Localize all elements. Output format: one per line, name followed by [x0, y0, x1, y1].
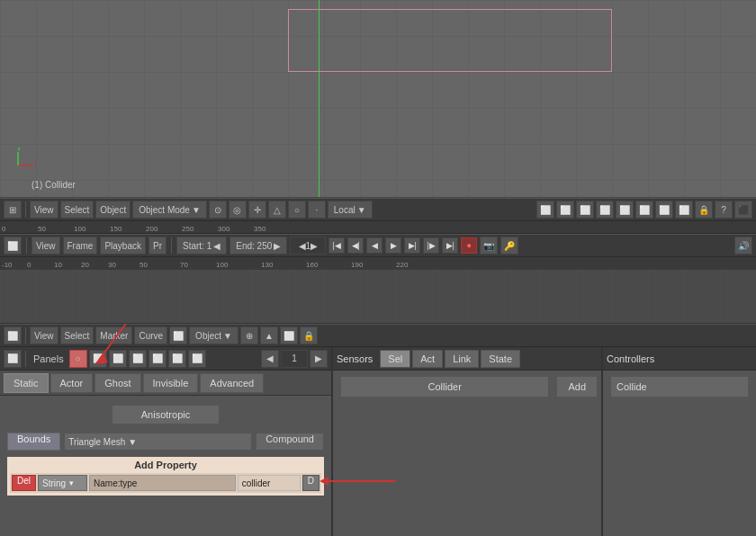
property-row: Del String ▼ Name:type collider D — [10, 473, 321, 493]
audio-btn[interactable]: 🔊 — [734, 237, 752, 255]
panels-icon5[interactable]: ⬜ — [148, 350, 166, 368]
frame-btn[interactable]: Frame — [63, 237, 98, 255]
bottom-section: ⬜ Panels ○ ⬜ ⬜ ⬜ ⬜ ⬜ ⬜ ◀ 1 ▶ Static Acto… — [0, 347, 756, 536]
timeline-icon[interactable]: ⬜ — [4, 237, 22, 255]
object-menu-btn[interactable]: Object — [95, 201, 130, 219]
key-btn[interactable]: 🔑 — [500, 237, 518, 255]
act-btn[interactable]: Act — [412, 350, 443, 368]
curve-add-btn[interactable]: ⊕ — [240, 326, 258, 344]
type-dropdown[interactable]: String ▼ — [38, 475, 87, 491]
next-page-btn[interactable]: ▶ — [310, 350, 328, 368]
tab-actor[interactable]: Actor — [50, 373, 94, 393]
snap-icon[interactable]: ◎ — [229, 201, 247, 219]
move-icon[interactable]: △ — [268, 201, 286, 219]
panels-icon7[interactable]: ⬜ — [188, 350, 206, 368]
local-dropdown[interactable]: Local ▼ — [328, 201, 373, 219]
link-btn[interactable]: Link — [445, 350, 479, 368]
bounds-btn[interactable]: Bounds — [7, 433, 60, 451]
collider-display: Collider — [340, 376, 549, 398]
svg-text:10: 10 — [54, 261, 62, 269]
state-btn[interactable]: State — [481, 350, 520, 368]
value-input[interactable]: collider — [238, 475, 301, 491]
mesh-dropdown[interactable]: Triangle Mesh ▼ — [64, 433, 252, 451]
skip-end-btn[interactable]: ▶| — [442, 237, 458, 254]
circle-icon[interactable]: ○ — [288, 201, 306, 219]
d-btn[interactable]: D — [302, 475, 320, 491]
prev-frame-btn[interactable]: ◀ — [366, 237, 382, 254]
next-key-btn[interactable]: |▶ — [423, 237, 439, 254]
pr-btn[interactable]: Pr — [148, 237, 166, 255]
curve-up-btn[interactable]: ▲ — [260, 326, 278, 344]
curve-icon2[interactable]: ⬜ — [169, 326, 187, 344]
cam-btn[interactable]: 📷 — [480, 237, 498, 255]
grid-btn-4[interactable]: ⬜ — [596, 201, 614, 219]
panels-icon2[interactable]: ⬜ — [89, 350, 107, 368]
timeline-area — [0, 270, 756, 324]
compound-btn[interactable]: Compound — [256, 433, 324, 451]
sel-btn[interactable]: Sel — [380, 350, 410, 368]
next-frame-btn[interactable]: ▶| — [404, 237, 420, 254]
question-icon[interactable]: ? — [715, 201, 733, 219]
svg-text:100: 100 — [216, 261, 229, 269]
svg-text:200: 200 — [146, 225, 158, 233]
add-collider-btn[interactable]: Add — [556, 376, 598, 398]
viewport-box — [288, 9, 612, 72]
curve-icon[interactable]: ⬜ — [4, 326, 22, 344]
curve-view-btn[interactable]: View — [30, 326, 58, 344]
collider-label: (1) Collider — [32, 180, 76, 190]
end-frame-input[interactable]: End: 250 ▶ — [230, 237, 287, 255]
curve-lock-btn[interactable]: 🔒 — [300, 326, 318, 344]
prev-page-btn[interactable]: ◀ — [261, 350, 279, 368]
play-btn[interactable]: ▶ — [385, 237, 401, 254]
curve-curve-btn[interactable]: Curve — [134, 326, 167, 344]
svg-text:150: 150 — [110, 225, 122, 233]
panels-grid-icon[interactable]: ⬜ — [4, 350, 22, 368]
lock-icon[interactable]: 🔒 — [695, 201, 713, 219]
curve-move-btn[interactable]: ⬜ — [280, 326, 298, 344]
del-btn[interactable]: Del — [12, 475, 36, 491]
object-mode-dropdown[interactable]: Object Mode ▼ — [132, 201, 207, 219]
playback-btn[interactable]: Playback — [100, 237, 146, 255]
record-btn[interactable]: ● — [461, 237, 477, 254]
select-menu-btn[interactable]: Select — [60, 201, 94, 219]
fullscreen-icon[interactable]: ⬛ — [734, 201, 752, 219]
svg-text:-10: -10 — [2, 261, 13, 269]
svg-text:50: 50 — [140, 261, 148, 269]
sep5 — [25, 351, 26, 367]
anisotropic-btn[interactable]: Anisotropic — [112, 405, 220, 424]
curve-select-btn[interactable]: Select — [60, 326, 94, 344]
view-frame-btn[interactable]: View — [32, 237, 60, 255]
curve-marker-btn[interactable]: Marker — [95, 326, 132, 344]
panels-icon3[interactable]: ⬜ — [109, 350, 127, 368]
grid-btn-3[interactable]: ⬜ — [576, 201, 594, 219]
svg-text:70: 70 — [180, 261, 188, 269]
object-dropdown[interactable]: Object ▼ — [189, 326, 238, 344]
name-input[interactable]: Name:type — [89, 475, 236, 491]
grid-btn-1[interactable]: ⬜ — [536, 201, 554, 219]
grid-btn-8[interactable]: ⬜ — [675, 201, 693, 219]
cursor-icon[interactable]: ✛ — [248, 201, 266, 219]
tab-advanced[interactable]: Advanced — [200, 373, 264, 393]
current-frame-display[interactable]: ◀ 1 ▶ — [290, 237, 326, 255]
skip-start-btn[interactable]: |◀ — [328, 237, 345, 254]
start-frame-input[interactable]: Start: 1 ◀ — [176, 237, 227, 255]
prev-key-btn[interactable]: ◀| — [347, 237, 364, 254]
view-menu-btn[interactable]: View — [30, 201, 58, 219]
tab-ghost[interactable]: Ghost — [94, 373, 140, 393]
timeline-grid — [0, 270, 756, 323]
render-icon[interactable]: ⊙ — [209, 201, 227, 219]
grid-btn-5[interactable]: ⬜ — [616, 201, 634, 219]
panels-toolbar: ⬜ Panels ○ ⬜ ⬜ ⬜ ⬜ ⬜ ⬜ ◀ 1 ▶ — [0, 347, 331, 371]
panels-icon1[interactable]: ○ — [69, 350, 87, 368]
tab-static[interactable]: Static — [4, 373, 49, 393]
panels-icon6[interactable]: ⬜ — [168, 350, 186, 368]
grid-btn-7[interactable]: ⬜ — [655, 201, 673, 219]
grid-btn-6[interactable]: ⬜ — [635, 201, 653, 219]
panels-icon4[interactable]: ⬜ — [129, 350, 147, 368]
left-panels: ⬜ Panels ○ ⬜ ⬜ ⬜ ⬜ ⬜ ⬜ ◀ 1 ▶ Static Acto… — [0, 347, 333, 536]
dot-icon[interactable]: · — [308, 201, 326, 219]
tab-invisible[interactable]: Invisible — [143, 373, 199, 393]
grid-icon-btn[interactable]: ⊞ — [4, 201, 22, 219]
ruler-timeline: -10 0 10 20 30 50 70 100 130 160 190 220 — [0, 257, 756, 270]
grid-btn-2[interactable]: ⬜ — [556, 201, 574, 219]
